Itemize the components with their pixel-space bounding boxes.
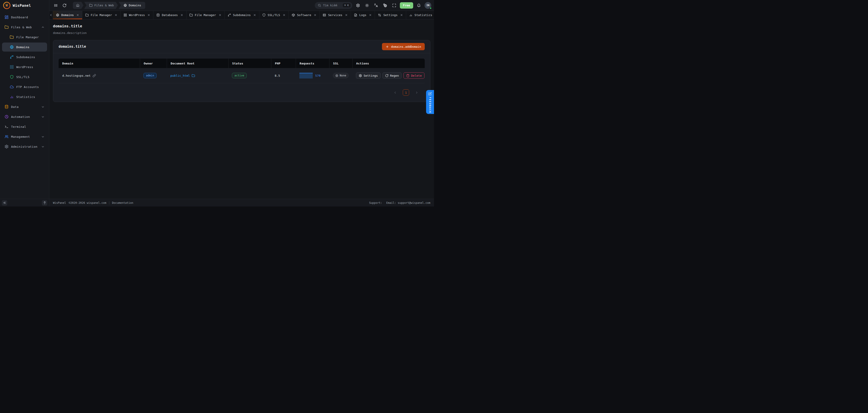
sidebar-item-statistics[interactable]: Statistics (2, 92, 47, 101)
gear-icon (4, 145, 9, 149)
close-icon[interactable] (147, 13, 150, 17)
table-row: d.hostingvps.net admin public_html (59, 68, 425, 83)
app-window: W WisPanel Dashboard Files & Web File Ma… (0, 0, 434, 206)
notifications-button[interactable] (415, 2, 422, 9)
sidebar-item-terminal[interactable]: Terminal (2, 122, 47, 131)
footer: WisPanel ©2020-2026 wispanel.com Documen… (49, 199, 434, 206)
translate-icon (374, 3, 378, 7)
tab-wordpress[interactable]: WordPress (121, 11, 153, 19)
feedback-tab[interactable]: FEEDBACK (426, 90, 434, 114)
tab-label: WordPress (129, 13, 145, 17)
breadcrumb-domains[interactable]: Domains (119, 2, 145, 9)
terminal-icon (4, 125, 9, 129)
close-icon[interactable] (253, 13, 256, 17)
page-title: domains.title (53, 24, 430, 28)
sidebar-collapse-button[interactable] (2, 200, 7, 205)
sidebar-item-domains[interactable]: Domains (2, 42, 47, 52)
sidebar-item-administration[interactable]: Administration (2, 142, 47, 151)
tab-subdomains[interactable]: Subdomains (225, 11, 259, 19)
tab-label: Software (297, 13, 311, 17)
cell-domain: d.hostingvps.net (59, 68, 140, 83)
sidebar-footer (0, 199, 49, 206)
fullscreen-button[interactable] (391, 2, 398, 9)
add-domain-button[interactable]: domains.addDomain (382, 43, 425, 50)
pagination-prev-button[interactable] (394, 91, 397, 94)
tab-settings[interactable]: Settings (375, 11, 406, 19)
database-icon (4, 105, 9, 109)
theme-toggle-button[interactable] (364, 2, 370, 9)
pagination-page-1-button[interactable]: 1 (403, 89, 409, 96)
server-icon (323, 13, 326, 17)
row-regen-button[interactable]: Regen (382, 72, 402, 79)
sidebar-item-label: File Manager (16, 35, 39, 39)
timezone-button[interactable] (382, 2, 389, 9)
close-icon[interactable] (180, 13, 183, 17)
gear-icon (356, 3, 360, 7)
tab-ssl-tls[interactable]: SSL/TLS (259, 11, 289, 19)
tab-software[interactable]: Software (289, 11, 320, 19)
sidebar-item-dashboard[interactable]: Dashboard (2, 13, 47, 22)
close-icon[interactable] (283, 13, 285, 17)
menu-toggle-button[interactable] (53, 2, 59, 9)
tab-strip: Domains File Manager WordPress Databases (49, 11, 434, 20)
breadcrumb-files-web[interactable]: Files & Web (84, 2, 118, 9)
sidebar-item-subdomains[interactable]: Subdomains (2, 53, 47, 62)
bell-icon (417, 3, 421, 7)
document-root-link[interactable]: public_html (170, 74, 195, 77)
close-icon[interactable] (76, 13, 79, 17)
tab-statistics[interactable]: Statistics (406, 11, 434, 19)
sidebar-item-management[interactable]: Management (2, 132, 47, 141)
tabs-scroll-left-button[interactable] (49, 11, 53, 19)
search-input[interactable] (323, 4, 340, 7)
row-settings-button[interactable]: Settings (356, 72, 381, 79)
settings-button[interactable] (354, 2, 361, 9)
edit-icon (428, 92, 432, 95)
requests-value: 570 (315, 74, 320, 77)
tab-label: Subdomains (233, 13, 251, 17)
close-icon[interactable] (314, 13, 316, 17)
grid-icon (124, 13, 127, 17)
row-delete-button[interactable]: Delete (403, 72, 425, 79)
close-icon[interactable] (369, 13, 372, 17)
ssl-none-badge[interactable]: None (333, 73, 349, 78)
tab-databases[interactable]: Databases (153, 11, 186, 19)
footer-copyright: ©2020-2026 wispanel.com (69, 201, 106, 204)
sidebar-item-wordpress[interactable]: WordPress (2, 62, 47, 71)
tab-services[interactable]: Services (320, 11, 351, 19)
close-icon[interactable] (219, 13, 221, 17)
sidebar-item-ssl-tls[interactable]: SSL/TLS (2, 72, 47, 82)
tab-label: Services (328, 13, 342, 17)
sidebar-item-automation[interactable]: Automation (2, 112, 47, 121)
language-button[interactable] (373, 2, 379, 9)
folder-icon (192, 74, 195, 77)
branch-icon (10, 55, 14, 59)
tab-logs[interactable]: Logs (351, 11, 375, 19)
tab-file-manager[interactable]: File Manager (82, 11, 121, 19)
status-badge: active (232, 73, 247, 78)
search-box[interactable]: ⌘ K (315, 2, 352, 9)
pagination-next-button[interactable] (415, 91, 418, 94)
documentation-link[interactable]: Documentation (112, 201, 133, 204)
sidebar-item-file-manager[interactable]: File Manager (2, 33, 47, 42)
gear-icon (359, 74, 362, 77)
close-icon[interactable] (345, 13, 348, 17)
sidebar-item-ftp-accounts[interactable]: FTP Accounts (2, 82, 47, 91)
plan-badge-button[interactable]: Free (400, 2, 413, 9)
cell-actions: Settings Regen Delete (352, 68, 428, 83)
close-icon[interactable] (115, 13, 118, 17)
tab-file-manager-2[interactable]: File Manager (186, 11, 225, 19)
tab-domains[interactable]: Domains (53, 11, 82, 19)
tab-label: Statistics (414, 13, 432, 17)
sidebar-item-data[interactable]: Data (2, 102, 47, 111)
sidebar-item-files-web[interactable]: Files & Web (2, 23, 47, 32)
pin-icon (43, 201, 46, 204)
sidebar-item-label: SSL/TLS (16, 75, 29, 79)
close-icon[interactable] (400, 13, 403, 17)
bar-chart-icon (10, 95, 14, 99)
page-description: domains.description (53, 31, 430, 35)
breadcrumb-home[interactable] (73, 2, 84, 9)
user-avatar[interactable]: IN (425, 2, 431, 9)
external-link-icon[interactable] (93, 74, 96, 77)
sidebar-pin-button[interactable] (42, 200, 47, 205)
refresh-button[interactable] (61, 2, 68, 9)
